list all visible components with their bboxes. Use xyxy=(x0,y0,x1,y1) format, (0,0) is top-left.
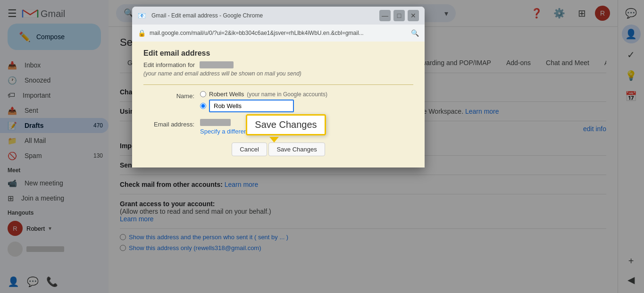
dialog-title: Edit email address xyxy=(143,49,413,58)
save-changes-button[interactable]: Save Changes xyxy=(268,142,325,156)
callout-arrow xyxy=(269,137,279,142)
close-button[interactable]: ✕ xyxy=(408,10,419,21)
maximize-button[interactable]: □ xyxy=(393,10,405,21)
name-fields: Robert Wells (your name in Google accoun… xyxy=(200,91,413,114)
save-changes-callout: Save Changes xyxy=(246,114,326,135)
name-label: Name: xyxy=(143,91,200,100)
edit-info-for-row: Edit information for xyxy=(143,61,413,68)
save-changes-callout-text: Save Changes xyxy=(255,119,317,130)
chrome-titlebar: 📧 Gmail - Edit email address - Google Ch… xyxy=(132,7,425,25)
chrome-favicon: 📧 xyxy=(138,12,146,19)
name-option-1-note: (your name in Google accounts) xyxy=(247,91,327,98)
name-text-input[interactable] xyxy=(209,100,294,112)
blurred-email-display xyxy=(200,61,234,68)
dialog-content: Edit email address Edit information for … xyxy=(132,42,425,167)
name-option-1-text: Robert Wells xyxy=(209,91,244,98)
name-radio-2[interactable] xyxy=(200,103,206,109)
name-option-1-row[interactable]: Robert Wells (your name in Google accoun… xyxy=(200,91,413,98)
save-changes-highlight: Save Changes Cancel Save Changes xyxy=(232,142,325,156)
name-option-2-row[interactable] xyxy=(200,100,413,112)
window-controls: — □ ✕ xyxy=(379,10,419,21)
chrome-addressbar: 🔒 🔍 xyxy=(132,25,425,42)
dialog-buttons: Save Changes Cancel Save Changes xyxy=(143,142,413,156)
lock-icon: 🔒 xyxy=(138,29,146,37)
name-radio-1[interactable] xyxy=(200,91,206,97)
reload-icon[interactable]: 🔍 xyxy=(411,29,419,37)
chrome-window: 📧 Gmail - Edit email address - Google Ch… xyxy=(132,7,425,167)
blurred-email xyxy=(200,119,231,126)
dialog-subtitle: (your name and email address will be sho… xyxy=(143,70,413,77)
edit-info-for-label: Edit information for xyxy=(143,61,195,68)
minimize-button[interactable]: — xyxy=(379,10,391,21)
address-bar-input[interactable] xyxy=(150,30,407,36)
cancel-button[interactable]: Cancel xyxy=(232,142,267,156)
chrome-window-title: Gmail - Edit email address - Google Chro… xyxy=(151,12,376,19)
email-label: Email address: xyxy=(143,119,200,128)
name-form-row: Name: Robert Wells (your name in Google … xyxy=(143,91,413,114)
